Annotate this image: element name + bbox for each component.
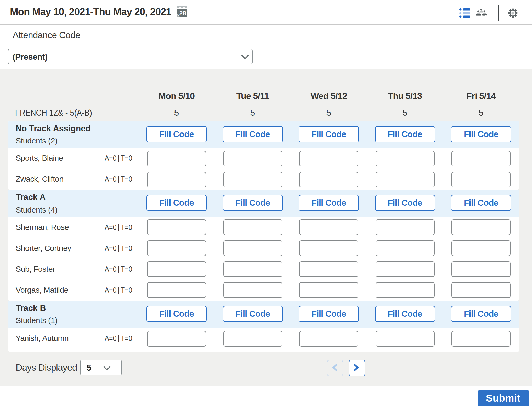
svg-text:28: 28: [179, 10, 186, 17]
